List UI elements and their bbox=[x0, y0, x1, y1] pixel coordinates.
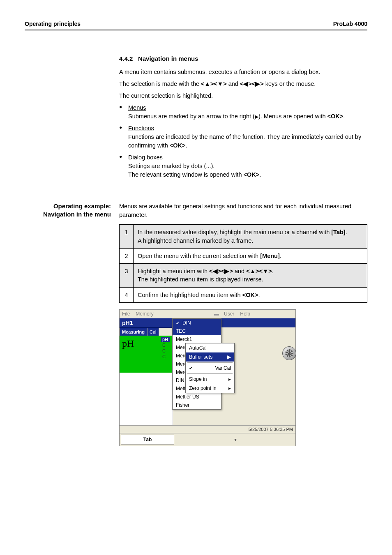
bullet-menus: Menus Submenus are marked by an arrow to… bbox=[119, 104, 367, 121]
step-num: 4 bbox=[120, 287, 134, 302]
para-1: A menu item contains submenus, executes … bbox=[119, 68, 367, 76]
para-2: The selection is made with the <▲><▼> an… bbox=[119, 80, 367, 88]
intro-2: Menus are available for general settings… bbox=[119, 202, 367, 219]
header-right: ProLab 4000 bbox=[333, 21, 367, 27]
grabber-bottom-icon: ▾ bbox=[175, 433, 295, 446]
sm-varical[interactable]: VariCal bbox=[186, 364, 234, 373]
chevron-right-icon: ▶ bbox=[227, 354, 231, 360]
app-window: File Memory ▬ User Help pH1 bbox=[119, 309, 296, 446]
status-timestamp: 5/25/2007 5:36:35 PM bbox=[120, 425, 295, 433]
header-left: Operating principles bbox=[25, 21, 81, 27]
sidebar-label: Operating example: Navigation in the men… bbox=[25, 202, 111, 219]
tab-cal[interactable]: Cal bbox=[147, 328, 159, 336]
step-text: In the measured value display, highlight… bbox=[134, 225, 367, 249]
menu-help[interactable]: Help bbox=[240, 311, 250, 317]
step-text: Confirm the highlighted menu item with <… bbox=[134, 287, 367, 302]
step-text: Open the menu with the current selection… bbox=[134, 248, 367, 263]
dd-item[interactable]: Merck1 bbox=[173, 335, 221, 343]
chevron-right-icon: ▸ bbox=[228, 376, 231, 382]
step-num: 3 bbox=[120, 264, 134, 288]
step-num: 2 bbox=[120, 248, 134, 263]
step-num: 1 bbox=[120, 225, 134, 249]
bullet-functions: Functions Functions are indicated by the… bbox=[119, 124, 367, 150]
menu-file[interactable]: File bbox=[122, 311, 130, 317]
bullet-dialog: Dialog boxes Settings are marked by dots… bbox=[119, 153, 367, 179]
dd-item-din[interactable]: DIN bbox=[173, 319, 221, 327]
menu-memory[interactable]: Memory bbox=[136, 311, 153, 317]
cal-submenu[interactable]: AutoCal Buffer sets▶ VariCal Slope in▸ Z… bbox=[185, 343, 235, 393]
chevron-right-icon: ▸ bbox=[228, 385, 231, 391]
dd-item[interactable]: Mettler US bbox=[173, 393, 221, 401]
rotary-knob-icon[interactable] bbox=[282, 346, 296, 360]
tab-measuring[interactable]: Measuring bbox=[120, 328, 147, 336]
tab-button[interactable]: Tab bbox=[121, 435, 174, 444]
para-3: The current selection is highlighted. bbox=[119, 92, 367, 100]
mini-side-labels: pH C C C bbox=[161, 337, 170, 359]
ph-label: pH bbox=[122, 338, 134, 349]
dd-item[interactable]: Fisher bbox=[173, 401, 221, 409]
steps-table: 1 In the measured value display, highlig… bbox=[119, 224, 367, 303]
channel-label[interactable]: pH1 bbox=[120, 318, 173, 328]
sm-autocal[interactable]: AutoCal bbox=[186, 343, 234, 352]
sm-slope[interactable]: Slope in▸ bbox=[186, 375, 234, 384]
sm-buffer-sets[interactable]: Buffer sets▶ bbox=[186, 352, 234, 362]
sm-zeropoint[interactable]: Zero point in▸ bbox=[186, 384, 234, 393]
menu-user[interactable]: User bbox=[224, 311, 234, 317]
step-text: Highlight a menu item with <◀><▶> and <▲… bbox=[134, 264, 367, 288]
section-heading: 4.4.2 Navigation in menus bbox=[119, 55, 367, 62]
dd-item-tec[interactable]: TEC bbox=[173, 327, 221, 335]
grabber-icon: ▬ bbox=[214, 311, 219, 317]
